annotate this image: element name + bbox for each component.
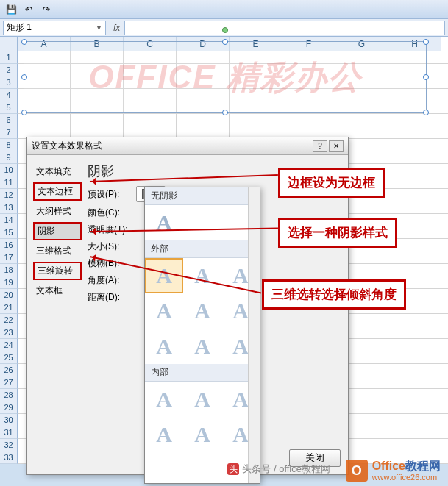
cat-text-fill[interactable]: 文本填充 <box>33 164 82 179</box>
toutiao-text: 头条号 / office教程网 <box>242 462 330 476</box>
shadow-preset-item[interactable]: A <box>183 293 221 329</box>
quick-access-toolbar: 💾 ↶ ↷ <box>0 0 448 19</box>
chevron-down-icon[interactable]: ▼ <box>96 24 102 32</box>
row-header[interactable]: 22 <box>0 314 18 326</box>
row-header[interactable]: 10 <box>0 164 18 176</box>
name-box[interactable]: 矩形 1 ▼ <box>3 21 106 35</box>
shadow-preset-item[interactable]: A <box>183 329 221 364</box>
row-header[interactable]: 29 <box>0 401 18 414</box>
letter-a-icon: A <box>156 299 172 324</box>
scrollbar[interactable] <box>248 187 260 483</box>
shadow-preset-item[interactable]: A <box>145 382 183 417</box>
row-header[interactable]: 2 <box>0 64 18 76</box>
rectangle-shape[interactable]: OFFICE 精彩办公 <box>24 41 427 113</box>
row-header[interactable]: 6 <box>0 114 18 126</box>
row-header[interactable]: 25 <box>0 351 18 364</box>
resize-handle[interactable] <box>423 39 429 45</box>
row-header[interactable]: 21 <box>0 301 18 314</box>
row-header[interactable]: 13 <box>0 201 18 214</box>
row-header[interactable]: 23 <box>0 326 18 339</box>
resize-handle[interactable] <box>423 110 429 115</box>
rotate-handle[interactable] <box>222 27 228 33</box>
row-header[interactable]: 19 <box>0 276 18 289</box>
row-header[interactable]: 18 <box>0 264 18 276</box>
redo-icon[interactable]: ↷ <box>38 2 54 17</box>
resize-handle[interactable] <box>423 74 429 80</box>
label-distance: 距离(D): <box>88 291 132 304</box>
row-header[interactable]: 30 <box>0 414 18 426</box>
shadow-preset-item[interactable]: A <box>183 382 221 417</box>
cat-3d-rotate[interactable]: 三维旋转 <box>33 262 82 280</box>
cat-outline-style[interactable]: 大纲样式 <box>33 204 82 219</box>
brand-url: www.office26.com <box>372 473 441 482</box>
category-list: 文本填充 文本边框 大纲样式 阴影 三维格式 三维旋转 文本框 <box>33 161 82 439</box>
help-icon[interactable]: ? <box>313 140 327 152</box>
letter-a-icon: A <box>194 334 210 359</box>
row-header[interactable]: 31 <box>0 426 18 439</box>
row-header[interactable]: 12 <box>0 189 18 201</box>
save-icon[interactable]: 💾 <box>3 2 19 17</box>
resize-handle[interactable] <box>21 39 27 45</box>
row-header[interactable]: 27 <box>0 376 18 389</box>
dialog-titlebar[interactable]: 设置文本效果格式 ? ✕ <box>27 137 348 155</box>
cat-shadow[interactable]: 阴影 <box>33 222 82 240</box>
toutiao-icon: 头 <box>227 463 239 475</box>
letter-a-icon: A <box>156 387 172 412</box>
brand-name: Office教程网 <box>372 460 441 473</box>
resize-handle[interactable] <box>222 39 228 45</box>
row-header[interactable]: 26 <box>0 364 18 376</box>
row-header[interactable]: 7 <box>0 126 18 139</box>
formula-input[interactable] <box>124 21 445 35</box>
gallery-section-none: 无阴影 <box>145 187 260 205</box>
cat-3d-format[interactable]: 三维格式 <box>33 243 82 259</box>
close-icon[interactable]: ✕ <box>329 140 344 152</box>
resize-handle[interactable] <box>222 110 228 115</box>
fx-icon[interactable]: fx <box>109 23 124 33</box>
name-box-value: 矩形 1 <box>7 21 32 34</box>
letter-a-icon: A <box>156 263 172 288</box>
row-header[interactable]: 14 <box>0 214 18 226</box>
letter-a-icon: A <box>232 263 249 288</box>
row-header[interactable]: 24 <box>0 339 18 351</box>
row-header[interactable]: 33 <box>0 451 18 464</box>
dialog-title: 设置文本效果格式 <box>32 140 311 152</box>
shadow-preset-item[interactable]: A <box>183 258 221 293</box>
row-header[interactable]: 4 <box>0 89 18 101</box>
letter-a-icon: A <box>232 334 249 359</box>
row-header[interactable]: 28 <box>0 389 18 401</box>
cat-textbox[interactable]: 文本框 <box>33 283 82 299</box>
select-all-corner[interactable] <box>0 37 18 51</box>
row-header[interactable]: 5 <box>0 101 18 114</box>
row-header[interactable]: 3 <box>0 76 18 89</box>
row-header[interactable]: 9 <box>0 151 18 164</box>
cat-text-border[interactable]: 文本边框 <box>33 182 82 201</box>
resize-handle[interactable] <box>21 74 27 80</box>
row-header[interactable]: 8 <box>0 139 18 151</box>
shadow-preset-item[interactable]: A <box>145 293 183 329</box>
resize-handle[interactable] <box>21 110 27 115</box>
shadow-preset-item[interactable]: A <box>183 417 221 452</box>
row-headers: 1 2 3 4 5 6 7 8 9 10 11 12 13 14 15 16 1… <box>0 51 18 464</box>
shadow-preset-none[interactable]: A <box>145 205 183 240</box>
row-header[interactable]: 32 <box>0 439 18 451</box>
letter-a-icon: A <box>156 422 172 447</box>
annotation-rotate: 三维选转选择倾斜角度 <box>262 279 406 310</box>
label-preset: 预设(P): <box>88 188 132 201</box>
letter-a-icon: A <box>232 299 249 324</box>
letter-a-icon: A <box>194 422 210 447</box>
shadow-preset-item[interactable]: A <box>145 417 183 452</box>
row-header[interactable]: 16 <box>0 239 18 251</box>
label-angle: 角度(A): <box>88 274 132 287</box>
label-size: 大小(S): <box>88 240 132 253</box>
annotation-shadow: 选择一种阴影样式 <box>278 218 397 248</box>
row-header[interactable]: 11 <box>0 176 18 189</box>
row-header[interactable]: 1 <box>0 51 18 64</box>
row-header[interactable]: 20 <box>0 289 18 301</box>
toutiao-watermark: 头 头条号 / office教程网 <box>227 462 330 476</box>
shadow-preset-item[interactable]: A <box>145 329 183 364</box>
label-color: 颜色(C): <box>88 207 132 219</box>
row-header[interactable]: 17 <box>0 251 18 264</box>
gallery-section-inner: 内部 <box>145 364 260 382</box>
row-header[interactable]: 15 <box>0 226 18 239</box>
undo-icon[interactable]: ↶ <box>21 2 37 17</box>
